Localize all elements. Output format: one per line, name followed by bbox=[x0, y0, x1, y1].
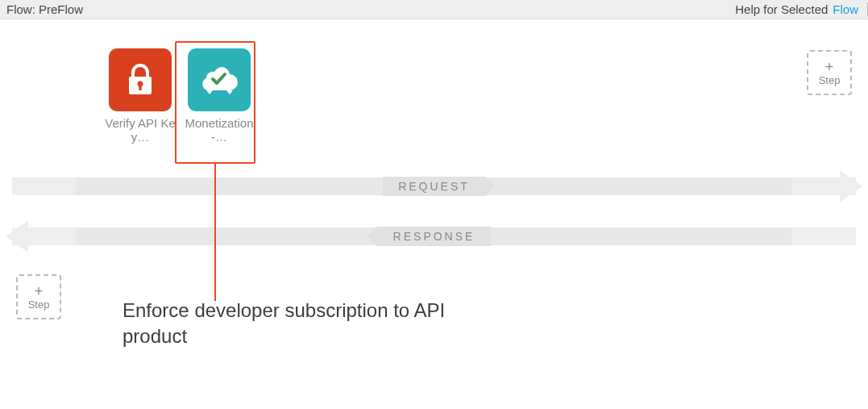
policy-tile bbox=[109, 48, 172, 111]
callout-line bbox=[214, 164, 216, 301]
request-label-chip: REQUEST bbox=[382, 177, 486, 196]
add-step-label: Step bbox=[28, 298, 50, 311]
annotation-text: Enforce developer subscription to API pr… bbox=[123, 298, 509, 350]
flow-title: Flow: PreFlow bbox=[6, 2, 735, 16]
add-step-label: Step bbox=[819, 74, 841, 86]
bar-edge bbox=[12, 177, 77, 195]
policy-label: Verify API Key… bbox=[105, 116, 176, 144]
plus-icon: + bbox=[825, 60, 834, 74]
add-step-request-button[interactable]: + Step bbox=[807, 50, 852, 95]
selection-frame bbox=[175, 41, 255, 164]
add-step-response-button[interactable]: + Step bbox=[16, 274, 61, 319]
request-flow-bar: REQUEST bbox=[12, 177, 856, 195]
response-arrow-icon bbox=[6, 220, 28, 252]
help-flow-link[interactable]: Flow bbox=[833, 2, 858, 16]
plus-icon: + bbox=[35, 284, 44, 298]
editor-topbar: Flow: PreFlow Help for Selected Flow bbox=[0, 0, 868, 19]
lock-icon bbox=[122, 61, 159, 98]
policy-verify-api-key[interactable]: Verify API Key… bbox=[105, 48, 176, 144]
request-arrow-icon bbox=[840, 170, 862, 202]
response-flow-bar: RESPONSE bbox=[12, 227, 856, 245]
bar-edge bbox=[791, 227, 856, 245]
flow-canvas: Verify API Key… Monetization-… + Step + … bbox=[0, 19, 868, 409]
response-label-chip: RESPONSE bbox=[377, 227, 492, 246]
svg-rect-2 bbox=[139, 85, 141, 90]
response-label: RESPONSE bbox=[393, 230, 476, 243]
help-label: Help for Selected bbox=[735, 2, 828, 16]
request-label: REQUEST bbox=[398, 180, 470, 193]
